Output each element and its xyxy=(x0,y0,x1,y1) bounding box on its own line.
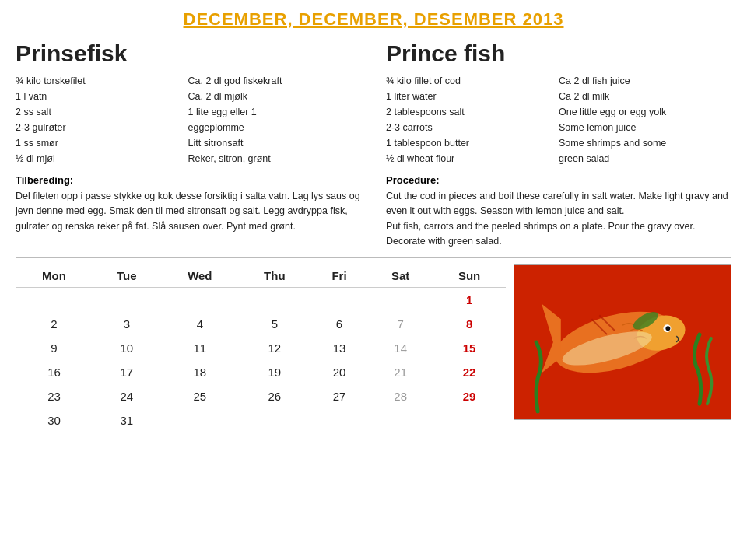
calendar-cell: 10 xyxy=(93,336,161,360)
calendar-cell: 4 xyxy=(161,312,239,336)
calendar-cell xyxy=(161,408,239,432)
calendar-cell xyxy=(16,287,93,312)
calendar-cell: 17 xyxy=(93,360,161,384)
list-item: 2-3 carrots xyxy=(386,120,559,135)
calendar-cell: 13 xyxy=(310,336,368,360)
list-item: ¾ kilo fillet of cod xyxy=(386,73,559,89)
list-item: Some shrimps and some xyxy=(559,135,731,151)
page-header: DECEMBER, DECEMBER, DESEMBER 2013 xyxy=(16,9,731,30)
calendar-cell: 21 xyxy=(368,360,433,384)
list-item: Ca 2 dl milk xyxy=(559,89,731,104)
list-item: Litt sitronsaft xyxy=(188,135,361,151)
left-procedure: Tilbereding: Del fileten opp i passe sty… xyxy=(16,174,360,234)
list-item: eggeplomme xyxy=(188,120,361,135)
calendar-wrap: Mon Tue Wed Thu Fri Sat Sun 123456789101… xyxy=(16,264,506,432)
calendar-body: 1234567891011121314151617181920212223242… xyxy=(16,287,506,432)
calendar-cell xyxy=(239,408,310,432)
page-title: DECEMBER, DECEMBER, DESEMBER 2013 xyxy=(184,9,564,29)
calendar-cell: 6 xyxy=(310,312,368,336)
table-row: 1 xyxy=(16,287,506,312)
list-item: ½ dl wheat flour xyxy=(386,151,559,166)
calendar-cell: 24 xyxy=(93,384,161,408)
table-row: 3031 xyxy=(16,408,506,432)
calendar-cell xyxy=(239,287,310,312)
calendar-cell xyxy=(93,287,161,312)
calendar-cell: 29 xyxy=(433,384,506,408)
section-divider xyxy=(16,257,731,258)
list-item: ¾ kilo torskefilet xyxy=(16,73,188,89)
left-recipe-title: Prinsefisk xyxy=(16,40,360,67)
left-procedure-text: Del fileten opp i passe stykke og kok de… xyxy=(16,189,360,234)
calendar-table: Mon Tue Wed Thu Fri Sat Sun 123456789101… xyxy=(16,264,506,432)
list-item: 1 ss smør xyxy=(16,135,188,151)
calendar-cell: 20 xyxy=(310,360,368,384)
calendar-cell: 9 xyxy=(16,336,93,360)
calendar-header-sat: Sat xyxy=(368,264,433,288)
calendar-cell: 5 xyxy=(239,312,310,336)
page: DECEMBER, DECEMBER, DESEMBER 2013 Prinse… xyxy=(0,0,747,560)
calendar-cell: 23 xyxy=(16,384,93,408)
left-ingredients-col1: ¾ kilo torskefilet 1 l vatn 2 ss salt 2-… xyxy=(16,73,188,166)
calendar-cell xyxy=(368,408,433,432)
fish-painting xyxy=(514,264,731,420)
list-item: Ca 2 dl fish juice xyxy=(559,73,731,89)
calendar-cell: 16 xyxy=(16,360,93,384)
calendar-cell xyxy=(310,287,368,312)
calendar-cell: 1 xyxy=(433,287,506,312)
right-recipe-title: Prince fish xyxy=(386,40,731,67)
list-item: 1 lite egg eller 1 xyxy=(188,104,361,120)
calendar-header-tue: Tue xyxy=(93,264,161,288)
list-item: Ca. 2 dl god fiskekraft xyxy=(188,73,361,89)
calendar-cell: 15 xyxy=(433,336,506,360)
list-item: 2 tablespoons salt xyxy=(386,104,559,120)
calendar-cell: 19 xyxy=(239,360,310,384)
left-ingredients: ¾ kilo torskefilet 1 l vatn 2 ss salt 2-… xyxy=(16,73,360,166)
calendar-header-mon: Mon xyxy=(16,264,93,288)
left-recipe: Prinsefisk ¾ kilo torskefilet 1 l vatn 2… xyxy=(16,40,374,250)
calendar-cell: 14 xyxy=(368,336,433,360)
calendar-header-fri: Fri xyxy=(310,264,368,288)
list-item: 1 tablespoon butter xyxy=(386,135,559,151)
table-row: 9101112131415 xyxy=(16,336,506,360)
list-item: ½ dl mjøl xyxy=(16,151,188,166)
calendar-cell: 30 xyxy=(16,408,93,432)
list-item: Some lemon juice xyxy=(559,120,731,135)
calendar-cell: 11 xyxy=(161,336,239,360)
right-recipe: Prince fish ¾ kilo fillet of cod 1 liter… xyxy=(374,40,731,250)
calendar-cell: 3 xyxy=(93,312,161,336)
fish-art-svg xyxy=(514,265,731,419)
calendar-cell xyxy=(310,408,368,432)
right-procedure-text: Cut the cod in pieces and boil these car… xyxy=(386,189,731,250)
calendar-cell xyxy=(433,408,506,432)
calendar-cell: 27 xyxy=(310,384,368,408)
right-procedure-title: Procedure: xyxy=(386,174,731,186)
calendar-cell: 22 xyxy=(433,360,506,384)
recipes-section: Prinsefisk ¾ kilo torskefilet 1 l vatn 2… xyxy=(16,40,731,250)
list-item: 1 liter water xyxy=(386,89,559,104)
list-item: Ca. 2 dl mjølk xyxy=(188,89,361,104)
list-item: One little egg or egg yolk xyxy=(559,104,731,120)
calendar-cell: 2 xyxy=(16,312,93,336)
list-item: 1 l vatn xyxy=(16,89,188,104)
calendar-header-row: Mon Tue Wed Thu Fri Sat Sun xyxy=(16,264,506,288)
calendar-header-wed: Wed xyxy=(161,264,239,288)
right-ingredients-col1: ¾ kilo fillet of cod 1 liter water 2 tab… xyxy=(386,73,559,166)
left-ingredients-col2: Ca. 2 dl god fiskekraft Ca. 2 dl mjølk 1… xyxy=(188,73,361,166)
right-procedure: Procedure: Cut the cod in pieces and boi… xyxy=(386,174,731,250)
calendar-cell: 31 xyxy=(93,408,161,432)
calendar-cell xyxy=(161,287,239,312)
calendar-cell: 25 xyxy=(161,384,239,408)
table-row: 2345678 xyxy=(16,312,506,336)
calendar-cell: 12 xyxy=(239,336,310,360)
list-item: green salad xyxy=(559,151,731,166)
calendar-cell xyxy=(368,287,433,312)
list-item: Reker, sitron, grønt xyxy=(188,151,361,166)
calendar-cell: 18 xyxy=(161,360,239,384)
calendar-cell: 26 xyxy=(239,384,310,408)
calendar-cell: 7 xyxy=(368,312,433,336)
calendar-cell: 28 xyxy=(368,384,433,408)
calendar-cell: 8 xyxy=(433,312,506,336)
right-ingredients-col2: Ca 2 dl fish juice Ca 2 dl milk One litt… xyxy=(559,73,731,166)
left-procedure-title: Tilbereding: xyxy=(16,174,360,186)
calendar-header-sun: Sun xyxy=(433,264,506,288)
